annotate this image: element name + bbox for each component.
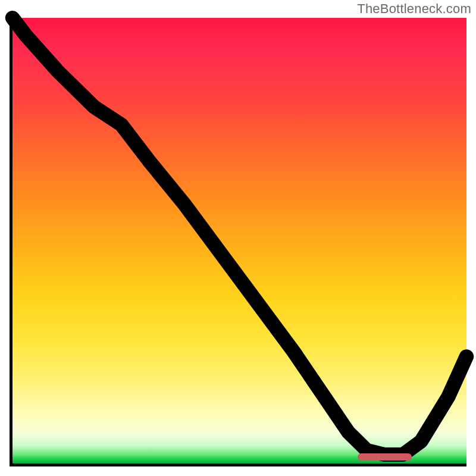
optimal-range-indicator [358,453,412,461]
bottleneck-curve [12,18,466,455]
watermark-label: TheBottleneck.com [357,1,471,17]
plot-frame [10,18,466,466]
curve-svg [12,18,466,464]
chart-container: TheBottleneck.com [0,0,476,476]
